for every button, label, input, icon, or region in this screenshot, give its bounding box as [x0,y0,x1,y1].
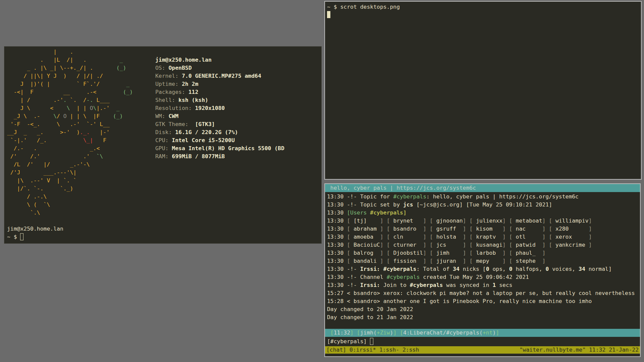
irssi-terminal-window[interactable]: hello, cyber pals | https://jcs.org/syst… [324,183,641,357]
command-line: ~ $ scrot desktops.png [327,3,400,11]
neofetch-system-info: jim@x250.home.lanOS: OpenBSDKernel: 7.0 … [155,56,284,161]
block-text-cursor [327,11,330,18]
irc-input-prefix: [#cyberpals] [327,338,370,345]
tmux-status-bar: [chat] 0:irssi* 1:ssh- 2:ssh "waiter.nul… [325,346,640,354]
hollow-text-cursor [20,233,23,240]
neofetch-terminal-window[interactable]: | . . |L /| . _ _ . |\ _| \--+._/| . (_)… [4,46,322,244]
hostname-line: jim@x250.home.lan [7,225,63,233]
prompt-text: ~ $ [7,234,20,240]
irc-message-list: 13:30 -!- Topic for #cyberpals: hello, c… [327,193,635,321]
irc-input-line[interactable]: [#cyberpals] [327,338,373,346]
irc-status-bar: [11:32] [jimh(+Ziw)] [4:LiberaChat/#cybe… [325,329,640,337]
irc-topic-bar: hello, cyber pals | https://jcs.org/syst… [325,184,640,192]
scrot-terminal-window[interactable]: ~ $ scrot desktops.png [324,1,642,180]
tmux-host-clock: "waiter.nullbyte.me" 11:32 21-Jan-22 [520,346,639,354]
hollow-text-cursor [370,338,373,345]
shell-prompt[interactable]: ~ $ [7,233,23,241]
tmux-window-list: [chat] 0:irssi* 1:ssh- 2:ssh [326,346,419,354]
command-text: ~ $ scrot desktops.png [327,4,400,10]
openbsd-ascii-art: | . . |L /| . _ _ . |\ _| \--+._/| . (_)… [7,48,133,217]
